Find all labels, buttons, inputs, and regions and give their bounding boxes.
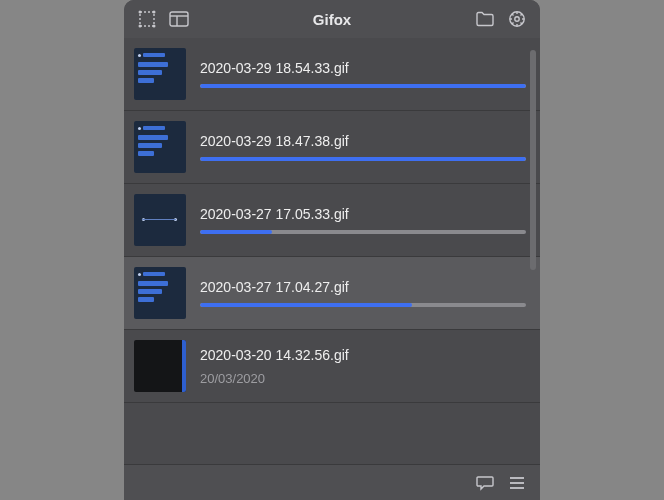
recording-date: 20/03/2020: [200, 371, 526, 386]
recording-item[interactable]: 2020-03-27 17.05.33.gif: [124, 184, 540, 257]
upload-progress: [200, 84, 526, 88]
upload-progress-fill: [200, 84, 526, 88]
svg-rect-0: [140, 12, 154, 26]
titlebar: Gifox: [124, 0, 540, 38]
upload-progress: [200, 303, 526, 307]
recording-info: 2020-03-29 18.54.33.gif: [200, 60, 526, 88]
svg-point-4: [153, 25, 156, 28]
svg-point-2: [153, 11, 156, 14]
recording-info: 2020-03-27 17.05.33.gif: [200, 206, 526, 234]
recording-info: 2020-03-20 14.32.56.gif20/03/2020: [200, 347, 526, 386]
titlebar-left-controls: [136, 8, 190, 30]
svg-line-17: [521, 14, 523, 16]
selection-capture-button[interactable]: [136, 8, 158, 30]
titlebar-right-controls: [474, 8, 528, 30]
app-window: Gifox: [124, 0, 540, 500]
open-folder-button[interactable]: [474, 8, 496, 30]
svg-rect-5: [170, 12, 188, 26]
recording-thumbnail: [134, 267, 186, 319]
recording-filename: 2020-03-27 17.04.27.gif: [200, 279, 526, 295]
recording-thumbnail: [134, 48, 186, 100]
upload-progress: [200, 230, 526, 234]
upload-progress-fill: [200, 157, 526, 161]
recording-item[interactable]: 2020-03-29 18.54.33.gif: [124, 38, 540, 111]
svg-point-3: [139, 25, 142, 28]
svg-line-16: [512, 23, 514, 25]
recording-info: 2020-03-27 17.04.27.gif: [200, 279, 526, 307]
settings-button[interactable]: [506, 8, 528, 30]
upload-progress: [200, 157, 526, 161]
recording-item[interactable]: 2020-03-27 17.04.27.gif: [124, 257, 540, 330]
svg-point-9: [515, 17, 519, 21]
recording-filename: 2020-03-27 17.05.33.gif: [200, 206, 526, 222]
recording-item[interactable]: 2020-03-29 18.47.38.gif: [124, 111, 540, 184]
recordings-list[interactable]: 2020-03-29 18.54.33.gif 2020-03-29 18.47…: [124, 38, 540, 464]
recording-thumbnail: [134, 340, 186, 392]
recording-item[interactable]: 2020-03-20 14.32.56.gif20/03/2020: [124, 330, 540, 403]
recording-filename: 2020-03-20 14.32.56.gif: [200, 347, 526, 363]
recording-info: 2020-03-29 18.47.38.gif: [200, 133, 526, 161]
upload-progress-fill: [200, 230, 272, 234]
recording-filename: 2020-03-29 18.54.33.gif: [200, 60, 526, 76]
feedback-button[interactable]: [474, 472, 496, 494]
footer: [124, 464, 540, 500]
recording-thumbnail: [134, 194, 186, 246]
menu-button[interactable]: [506, 472, 528, 494]
recordings-content: 2020-03-29 18.54.33.gif 2020-03-29 18.47…: [124, 38, 540, 464]
svg-point-1: [139, 11, 142, 14]
recording-filename: 2020-03-29 18.47.38.gif: [200, 133, 526, 149]
upload-progress-fill: [200, 303, 412, 307]
scrollbar-thumb[interactable]: [530, 50, 536, 270]
recording-thumbnail: [134, 121, 186, 173]
svg-line-15: [521, 23, 523, 25]
app-title: Gifox: [313, 11, 351, 28]
svg-line-14: [512, 14, 514, 16]
window-capture-button[interactable]: [168, 8, 190, 30]
